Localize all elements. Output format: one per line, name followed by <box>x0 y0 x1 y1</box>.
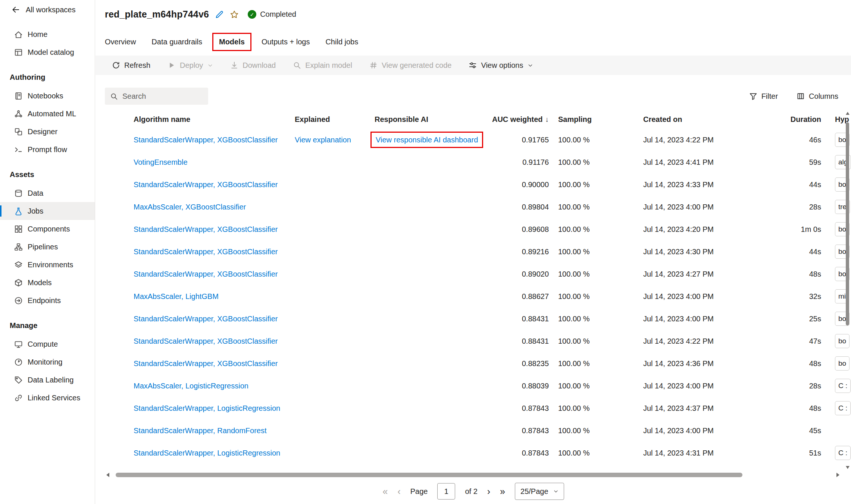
sidebar-item-data-labeling[interactable]: Data Labeling <box>0 371 95 389</box>
table-row[interactable]: StandardScalerWrapper, XGBoostClassifier… <box>105 173 851 196</box>
table-row[interactable]: StandardScalerWrapper, XGBoostClassifier… <box>105 263 851 285</box>
table-row[interactable]: VotingEnsemble0.91176100.00 %Jul 14, 202… <box>105 151 851 173</box>
sidebar-item-pipelines[interactable]: Pipelines <box>0 238 95 256</box>
vertical-scroll-thumb[interactable] <box>846 122 849 325</box>
sidebar-item-prompt-flow[interactable]: Prompt flow <box>0 141 95 158</box>
table-row[interactable]: StandardScalerWrapper, XGBoostClassifier… <box>105 352 851 375</box>
toolbar-button-label: View generated code <box>382 61 452 70</box>
sidebar-item-environments[interactable]: Environments <box>0 256 95 274</box>
cell-created-on: Jul 14, 2023 4:00 PM <box>643 426 755 435</box>
next-page-button[interactable]: › <box>487 487 490 496</box>
table-row[interactable]: MaxAbsScaler, LightGBM0.88627100.00 %Jul… <box>105 285 851 308</box>
table-row[interactable]: StandardScalerWrapper, LogisticRegressio… <box>105 442 851 464</box>
algorithm-link[interactable]: MaxAbsScaler, XGBoostClassifier <box>134 203 246 211</box>
horizontal-scrollbar[interactable] <box>106 472 839 478</box>
algorithm-link[interactable]: StandardScalerWrapper, LogisticRegressio… <box>134 404 280 412</box>
columns-button[interactable]: Columns <box>797 92 838 101</box>
algorithm-link[interactable]: StandardScalerWrapper, XGBoostClassifier <box>134 315 278 323</box>
sidebar-back-all-workspaces[interactable]: All workspaces <box>0 0 95 19</box>
table-row[interactable]: MaxAbsScaler, XGBoostClassifier0.8980410… <box>105 196 851 218</box>
sidebar-item-jobs[interactable]: Jobs <box>0 202 95 220</box>
sidebar-item-automated-ml[interactable]: Automated ML <box>0 105 95 123</box>
first-page-button[interactable]: « <box>382 487 388 496</box>
edit-icon[interactable] <box>215 10 224 19</box>
cell-sampling: 100.00 % <box>549 136 643 144</box>
last-page-button[interactable]: » <box>500 487 505 496</box>
tab-models[interactable]: Models <box>212 33 251 51</box>
cell-auc-weighted: 0.87843 <box>486 449 549 457</box>
algorithm-link[interactable]: StandardScalerWrapper, XGBoostClassifier <box>134 359 278 368</box>
filter-button[interactable]: Filter <box>749 92 778 101</box>
algorithm-link[interactable]: StandardScalerWrapper, RandomForest <box>134 426 266 435</box>
tab-outputs-logs[interactable]: Outputs + logs <box>262 34 310 50</box>
page-number-input[interactable] <box>437 483 455 500</box>
algorithm-link[interactable]: MaxAbsScaler, LightGBM <box>134 292 219 300</box>
algorithm-link[interactable]: StandardScalerWrapper, XGBoostClassifier <box>134 225 278 233</box>
algorithm-link[interactable]: StandardScalerWrapper, XGBoostClassifier <box>134 248 278 256</box>
tab-overview[interactable]: Overview <box>105 34 136 50</box>
cell-auc-weighted: 0.88039 <box>486 382 549 390</box>
algorithm-link[interactable]: StandardScalerWrapper, XGBoostClassifier <box>134 180 278 189</box>
sidebar-item-models[interactable]: Models <box>0 274 95 292</box>
scroll-up-button[interactable] <box>846 112 850 115</box>
cell-algorithm: VotingEnsemble <box>134 158 295 167</box>
table-row[interactable]: StandardScalerWrapper, LogisticRegressio… <box>105 397 851 419</box>
sidebar-item-home[interactable]: Home <box>0 25 95 43</box>
column-header-auc-weighted[interactable]: AUC weighted↓ <box>486 115 549 124</box>
scroll-down-button[interactable] <box>846 466 850 469</box>
tab-data-guardrails[interactable]: Data guardrails <box>151 34 202 50</box>
table-row[interactable]: StandardScalerWrapper, XGBoostClassifier… <box>105 240 851 263</box>
table-row[interactable]: MaxAbsScaler, LogisticRegression0.880391… <box>105 375 851 397</box>
table-row[interactable]: StandardScalerWrapper, XGBoostClassifier… <box>105 218 851 240</box>
sidebar-item-designer[interactable]: Designer <box>0 123 95 141</box>
sidebar-item-compute[interactable]: Compute <box>0 335 95 353</box>
cell-created-on: Jul 14, 2023 4:36 PM <box>643 359 755 368</box>
refresh-button[interactable]: Refresh <box>112 61 150 70</box>
cell-duration: 46s <box>755 136 821 144</box>
search-input[interactable] <box>122 92 203 101</box>
cell-duration: 1m 0s <box>755 225 821 234</box>
sidebar-item-monitoring[interactable]: Monitoring <box>0 353 95 371</box>
column-header-duration[interactable]: Duration <box>755 115 821 124</box>
table-row[interactable]: StandardScalerWrapper, RandomForest0.878… <box>105 419 851 442</box>
search-box[interactable] <box>105 88 208 105</box>
table-row[interactable]: StandardScalerWrapper, XGBoostClassifier… <box>105 330 851 352</box>
sidebar-item-linked-services[interactable]: Linked Services <box>0 389 95 407</box>
view-responsible-ai-link[interactable]: View responsible AI dashboard <box>376 136 478 144</box>
algorithm-link[interactable]: StandardScalerWrapper, LogisticRegressio… <box>134 449 280 457</box>
algorithm-link[interactable]: StandardScalerWrapper, XGBoostClassifier <box>134 270 278 278</box>
sidebar-item-data[interactable]: Data <box>0 184 95 202</box>
sidebar-item-components[interactable]: Components <box>0 220 95 238</box>
data-labeling-icon <box>14 376 23 384</box>
scroll-right-button[interactable] <box>836 473 839 477</box>
column-header-created-on[interactable]: Created on <box>643 115 755 124</box>
sidebar-item-label: Linked Services <box>28 394 80 402</box>
favorite-star-icon[interactable] <box>230 10 239 19</box>
horizontal-scroll-thumb[interactable] <box>116 473 742 477</box>
page-size-select[interactable]: 25/Page <box>515 483 564 500</box>
column-header-responsible-ai[interactable]: Responsible AI <box>375 115 486 124</box>
cell-created-on: Jul 14, 2023 4:41 PM <box>643 158 755 167</box>
horizontal-scroll-track[interactable] <box>113 472 833 478</box>
column-header-algorithm-name[interactable]: Algorithm name <box>134 115 295 124</box>
sidebar-item-model-catalog[interactable]: Model catalog <box>0 43 95 61</box>
prev-page-button[interactable]: ‹ <box>397 487 400 496</box>
table-row[interactable]: StandardScalerWrapper, XGBoostClassifier… <box>105 129 851 151</box>
column-header-sampling[interactable]: Sampling <box>549 115 643 124</box>
cell-algorithm: MaxAbsScaler, XGBoostClassifier <box>134 203 295 211</box>
algorithm-link[interactable]: VotingEnsemble <box>134 158 188 166</box>
sidebar-item-endpoints[interactable]: Endpoints <box>0 292 95 309</box>
algorithm-link[interactable]: StandardScalerWrapper, XGBoostClassifier <box>134 136 278 144</box>
tab-child-jobs[interactable]: Child jobs <box>325 34 358 50</box>
algorithm-link[interactable]: MaxAbsScaler, LogisticRegression <box>134 382 248 390</box>
column-header-explained[interactable]: Explained <box>295 115 375 124</box>
sidebar-item-notebooks[interactable]: Notebooks <box>0 87 95 105</box>
view-explanation-link[interactable]: View explanation <box>295 136 351 144</box>
vertical-scrollbar[interactable] <box>845 112 850 469</box>
table-row[interactable]: StandardScalerWrapper, XGBoostClassifier… <box>105 308 851 330</box>
view-options-button[interactable]: View options <box>469 61 533 70</box>
algorithm-link[interactable]: StandardScalerWrapper, XGBoostClassifier <box>134 337 278 345</box>
cell-responsible-ai: View responsible AI dashboard <box>375 132 486 148</box>
cell-auc-weighted: 0.88627 <box>486 292 549 301</box>
scroll-left-button[interactable] <box>106 473 109 477</box>
